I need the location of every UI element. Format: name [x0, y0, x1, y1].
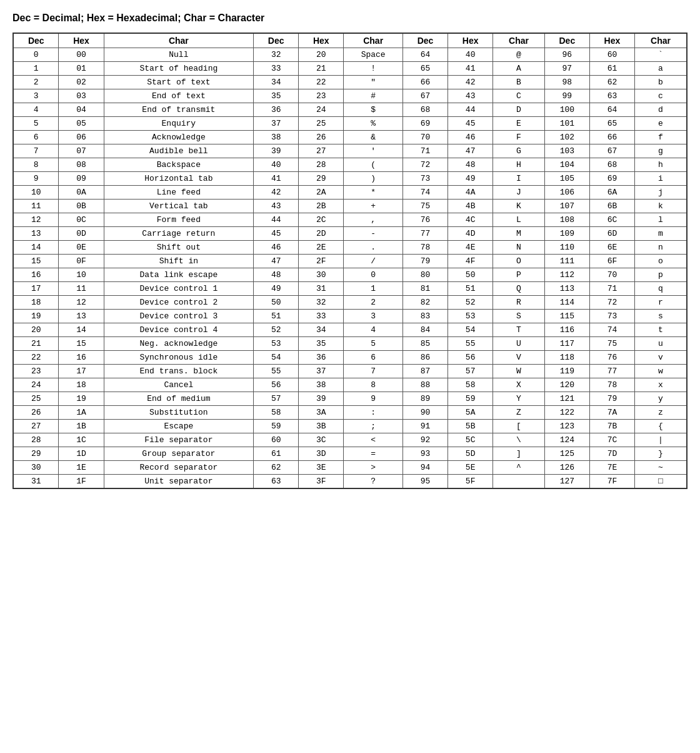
hex-val-1: 1F [59, 475, 104, 489]
char-val-2: * [344, 186, 403, 200]
hex-val-1: 01 [59, 62, 104, 76]
char-val-3: X [493, 378, 545, 392]
hex-val-3: 5C [448, 433, 493, 447]
dec-val-1: 6 [13, 131, 59, 144]
hex-val-1: 02 [59, 76, 104, 89]
dec-val-1: 23 [13, 365, 59, 378]
hex-val-2: 28 [299, 158, 344, 172]
dec-val-3: 80 [402, 268, 448, 282]
hex-val-3: 46 [448, 131, 493, 144]
hex-val-1: 10 [59, 268, 104, 282]
hex-val-4: 6C [589, 213, 634, 227]
col-char-3: Char [493, 33, 545, 48]
dec-val-4: 112 [544, 268, 589, 282]
dec-val-2: 35 [254, 89, 299, 103]
dec-val-2: 38 [254, 131, 299, 144]
dec-val-1: 30 [13, 461, 59, 475]
dec-val-1: 29 [13, 447, 59, 461]
table-row: 150FShift in472F/794FO1116Fo [13, 255, 687, 268]
char-val-3: Q [493, 282, 545, 296]
dec-val-2: 58 [254, 406, 299, 420]
hex-val-2: 35 [299, 337, 344, 351]
table-row: 2418Cancel563888858X12078x [13, 378, 687, 392]
dec-val-3: 78 [402, 241, 448, 255]
hex-val-2: 2C [299, 213, 344, 227]
char-val-1: Vertical tab [104, 200, 254, 213]
char-val-1: Unit separator [104, 475, 254, 489]
dec-val-3: 85 [402, 337, 448, 351]
hex-val-2: 2B [299, 200, 344, 213]
char-val-4: | [635, 433, 687, 447]
table-row: 404End of transmit3624$6844D10064d [13, 103, 687, 117]
hex-val-3: 5B [448, 420, 493, 433]
char-val-1: Group separator [104, 447, 254, 461]
dec-val-1: 16 [13, 268, 59, 282]
dec-val-1: 19 [13, 310, 59, 323]
char-val-1: Neg. acknowledge [104, 337, 254, 351]
dec-val-1: 27 [13, 420, 59, 433]
hex-val-3: 50 [448, 268, 493, 282]
table-row: 1913Device control 3513338353S11573s [13, 310, 687, 323]
hex-val-1: 15 [59, 337, 104, 351]
dec-val-2: 50 [254, 296, 299, 310]
table-row: 281CFile separator603C<925C\1247C| [13, 433, 687, 447]
dec-val-2: 49 [254, 282, 299, 296]
hex-val-2: 24 [299, 103, 344, 117]
hex-val-3: 48 [448, 158, 493, 172]
table-row: 2519End of medium573998959Y12179y [13, 392, 687, 406]
char-val-2: " [344, 76, 403, 89]
table-row: 101Start of heading3321!6541A9761a [13, 62, 687, 76]
char-val-2: 3 [344, 310, 403, 323]
dec-val-1: 1 [13, 62, 59, 76]
hex-val-4: 68 [589, 158, 634, 172]
char-val-3: V [493, 351, 545, 365]
dec-val-4: 122 [544, 406, 589, 420]
table-row: 707Audible bell3927'7147G10367g [13, 144, 687, 158]
char-val-4: e [635, 117, 687, 131]
hex-val-2: 38 [299, 378, 344, 392]
hex-val-1: 12 [59, 296, 104, 310]
table-row: 130DCarriage return452D-774DM1096Dm [13, 227, 687, 241]
char-val-3: [ [493, 420, 545, 433]
dec-val-2: 41 [254, 172, 299, 186]
dec-val-2: 63 [254, 475, 299, 489]
dec-val-3: 67 [402, 89, 448, 103]
hex-val-3: 4B [448, 200, 493, 213]
char-val-1: Record separator [104, 461, 254, 475]
char-val-1: Backspace [104, 158, 254, 172]
char-val-1: Device control 2 [104, 296, 254, 310]
hex-val-1: 0E [59, 241, 104, 255]
dec-val-2: 62 [254, 461, 299, 475]
char-val-4: p [635, 268, 687, 282]
hex-val-2: 31 [299, 282, 344, 296]
dec-val-2: 32 [254, 48, 299, 62]
hex-val-1: 09 [59, 172, 104, 186]
char-val-4: d [635, 103, 687, 117]
dec-val-3: 69 [402, 117, 448, 131]
hex-val-4: 73 [589, 310, 634, 323]
char-val-2: ( [344, 158, 403, 172]
dec-val-3: 81 [402, 282, 448, 296]
dec-val-3: 82 [402, 296, 448, 310]
dec-val-1: 24 [13, 378, 59, 392]
char-val-2: + [344, 200, 403, 213]
char-val-1: Horizontal tab [104, 172, 254, 186]
char-val-4: u [635, 337, 687, 351]
hex-val-3: 51 [448, 282, 493, 296]
col-hex-3: Hex [448, 33, 493, 48]
table-row: 261ASubstitution583A:905AZ1227Az [13, 406, 687, 420]
col-hex-1: Hex [59, 33, 104, 48]
hex-val-1: 18 [59, 378, 104, 392]
char-val-4: y [635, 392, 687, 406]
col-dec-4: Dec [544, 33, 589, 48]
hex-val-3: 41 [448, 62, 493, 76]
char-val-3: J [493, 186, 545, 200]
char-val-2: % [344, 117, 403, 131]
dec-val-4: 104 [544, 158, 589, 172]
dec-val-2: 37 [254, 117, 299, 131]
char-val-1: Start of text [104, 76, 254, 89]
dec-val-2: 48 [254, 268, 299, 282]
table-row: 909Horizontal tab4129)7349I10569i [13, 172, 687, 186]
char-val-1: Acknowledge [104, 131, 254, 144]
hex-val-1: 06 [59, 131, 104, 144]
